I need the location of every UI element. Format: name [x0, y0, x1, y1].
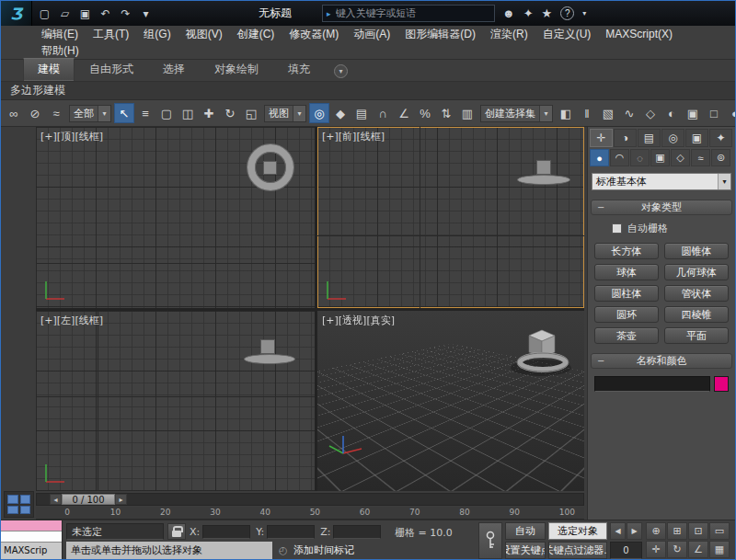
save-file-icon[interactable]: ▣ — [76, 5, 94, 22]
object-type-button[interactable]: 四棱锥 — [664, 306, 729, 323]
object-type-button[interactable]: 茶壶 — [594, 327, 659, 344]
ribbon-tab[interactable]: 选择 — [148, 58, 200, 81]
selection-filter-dropdown[interactable]: 选定对象 — [548, 522, 607, 540]
ribbon-collapse-icon[interactable]: ▾ — [334, 64, 348, 78]
utilities-tab-icon[interactable]: ✦ — [709, 129, 732, 147]
modify-tab-icon[interactable]: ◑ — [614, 129, 637, 147]
render-production-icon[interactable]: ● — [725, 103, 735, 123]
viewport-left[interactable]: [+][左][线框] — [36, 311, 315, 491]
rendered-frame-icon[interactable]: □ — [704, 103, 724, 123]
object-type-button[interactable]: 球体 — [594, 264, 659, 280]
angle-snap-icon[interactable]: ∠ — [394, 103, 414, 123]
viewport-perspective[interactable]: [+][透视][真实] — [317, 311, 584, 491]
menu-item[interactable]: 自定义(U) — [535, 27, 599, 42]
hierarchy-tab-icon[interactable]: ▤ — [638, 129, 661, 147]
select-object-icon[interactable]: ↖ — [114, 103, 134, 123]
object-type-button[interactable]: 几何球体 — [664, 264, 729, 280]
mirror-icon[interactable]: ◧ — [556, 103, 576, 123]
box-object[interactable] — [260, 339, 275, 354]
search-input[interactable]: ▸ 键入关键字或短语 — [322, 5, 495, 22]
time-step-forward-icon[interactable]: ▸ — [115, 494, 127, 505]
listener-macro-line[interactable] — [1, 520, 62, 531]
add-time-tag-button[interactable]: 添加时间标记 — [293, 543, 365, 558]
quick-access-overflow-icon[interactable]: ▾ — [137, 5, 155, 22]
viewport-label[interactable]: [+][透视][真实] — [322, 314, 395, 327]
box-object[interactable] — [263, 161, 277, 175]
ribbon-tab[interactable]: 自由形式 — [75, 58, 148, 81]
zoom-icon[interactable]: ⊕ — [646, 522, 666, 540]
bind-to-space-warp-icon[interactable]: ≈ — [46, 103, 66, 123]
primitive-type-combo[interactable]: 标准基本体 ▾ — [592, 173, 731, 190]
app-logo-icon[interactable]: Ʒ — [1, 1, 32, 26]
spinner-snap-icon[interactable]: ⇅ — [436, 103, 456, 123]
ribbon-tab[interactable]: 建模 — [23, 58, 75, 81]
systems-category-icon[interactable]: ⊚ — [711, 149, 730, 166]
schematic-view-icon[interactable]: ◇ — [640, 103, 661, 123]
torus-object[interactable] — [517, 175, 570, 185]
viewport-layout-tabs[interactable] — [4, 491, 34, 518]
object-type-button[interactable]: 平面 — [664, 327, 729, 344]
help-dropdown-icon[interactable]: ▾ — [582, 9, 586, 17]
select-and-rotate-icon[interactable]: ↻ — [220, 103, 240, 123]
listener-script-line[interactable] — [1, 531, 62, 543]
prev-frame-icon[interactable]: ◀ — [610, 522, 626, 540]
torus-object[interactable] — [244, 354, 295, 364]
menu-item[interactable]: 图形编辑器(D) — [397, 27, 483, 42]
object-name-input[interactable] — [594, 376, 710, 392]
pan-icon[interactable]: ✛ — [646, 541, 666, 558]
use-pivot-center-icon[interactable]: ◎ — [309, 103, 329, 123]
material-editor-icon[interactable]: ◐ — [661, 103, 682, 123]
fov-icon[interactable]: ∠ — [688, 541, 708, 558]
coord-field[interactable] — [267, 525, 315, 539]
menu-item[interactable]: 组(G) — [136, 27, 178, 42]
ribbon-tab[interactable]: 填充 — [273, 58, 325, 81]
unlink-selection-icon[interactable]: ⊘ — [25, 103, 45, 123]
reference-coordsys-combo[interactable]: 视图 ▾ — [264, 105, 306, 122]
display-tab-icon[interactable]: ▣ — [685, 129, 708, 147]
align-icon[interactable]: ‖ — [577, 103, 597, 123]
menu-item[interactable]: MAXScript(X) — [598, 28, 680, 40]
geometry-category-icon[interactable]: ● — [590, 149, 609, 166]
selection-filter-combo[interactable]: 全部 ▾ — [69, 105, 111, 122]
select-and-manipulate-icon[interactable]: ◆ — [330, 103, 351, 123]
viewport-top[interactable]: [+][顶][线框] — [36, 127, 315, 308]
help-icon[interactable]: ? — [560, 6, 574, 20]
maximize-viewport-icon[interactable]: ▦ — [709, 541, 730, 558]
zoom-extents-icon[interactable]: ⊡ — [688, 522, 708, 540]
redo-icon[interactable]: ↷ — [117, 5, 134, 22]
coord-field[interactable] — [333, 525, 381, 539]
named-selection-set-combo[interactable]: 创建选择集 ▾ — [480, 105, 553, 122]
menu-item[interactable]: 修改器(M) — [282, 27, 346, 42]
cameras-category-icon[interactable]: ▣ — [650, 149, 670, 166]
render-setup-icon[interactable]: ▣ — [683, 103, 703, 123]
menu-item[interactable]: 编辑(E) — [34, 27, 86, 42]
selection-region-icon[interactable]: ▢ — [156, 103, 177, 123]
selection-lock-button[interactable] — [167, 523, 186, 540]
autogrid-checkbox[interactable] — [612, 223, 622, 234]
maxscript-mini-listener[interactable]: MAXScrip — [1, 520, 63, 560]
layer-manager-icon[interactable]: ▧ — [598, 103, 618, 123]
auto-key-button[interactable]: 自动 — [505, 522, 546, 540]
shapes-category-icon[interactable]: ◠ — [610, 149, 629, 166]
select-by-name-icon[interactable]: ≡ — [135, 103, 155, 123]
menu-item[interactable]: 视图(V) — [178, 27, 230, 42]
orbit-icon[interactable]: ↻ — [667, 541, 687, 558]
snaps-toggle-icon[interactable]: ∩ — [373, 103, 393, 123]
window-crossing-icon[interactable]: ◫ — [178, 103, 198, 123]
key-filters-button[interactable]: 关键点过滤器... — [548, 542, 607, 559]
community-icon[interactable]: ☻ — [502, 6, 515, 20]
lights-category-icon[interactable]: ◌ — [630, 149, 650, 166]
object-type-button[interactable]: 圆锥体 — [664, 243, 729, 259]
time-slider-handle[interactable]: 0 / 100 — [62, 494, 115, 505]
track-bar[interactable]: 0102030405060708090100 — [36, 507, 584, 520]
box-object[interactable] — [536, 160, 551, 175]
new-scene-icon[interactable]: ▢ — [36, 5, 53, 22]
play-icon[interactable]: ▶ — [627, 522, 642, 540]
object-type-button[interactable]: 长方体 — [594, 243, 659, 259]
menu-item[interactable]: 创建(C) — [230, 27, 282, 42]
percent-snap-icon[interactable]: % — [415, 103, 435, 123]
select-and-move-icon[interactable]: ✚ — [199, 103, 219, 123]
edit-named-selections-icon[interactable]: ▥ — [457, 103, 477, 123]
viewport-label[interactable]: [+][前][线框] — [322, 130, 385, 143]
menu-item[interactable]: 动画(A) — [346, 27, 397, 42]
